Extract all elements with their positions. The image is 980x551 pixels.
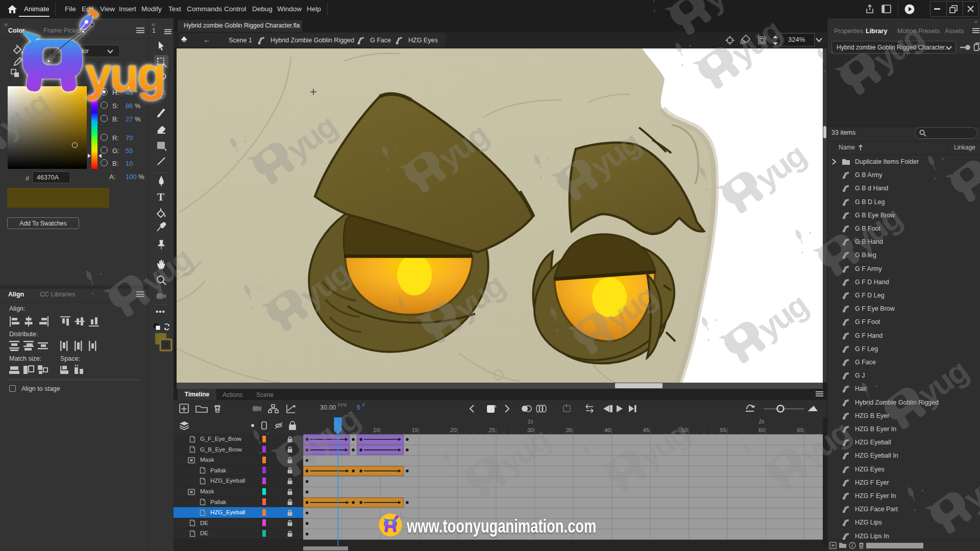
svg-text:15: 15: [412, 427, 418, 433]
svg-text:40: 40: [604, 427, 610, 433]
svg-text:2s: 2s: [758, 419, 765, 424]
svg-text:55: 55: [720, 427, 726, 433]
svg-text:1s: 1s: [528, 419, 533, 424]
svg-text:60: 60: [758, 427, 765, 433]
svg-text:20: 20: [450, 427, 456, 433]
svg-text:30: 30: [527, 427, 533, 433]
svg-text:25: 25: [489, 427, 495, 433]
svg-text:10: 10: [373, 427, 379, 433]
svg-text:35: 35: [566, 427, 572, 433]
svg-text:65: 65: [797, 427, 803, 433]
svg-text:yug: yug: [85, 48, 164, 101]
svg-text:A: A: [494, 404, 497, 409]
svg-text:50: 50: [681, 427, 688, 433]
svg-text:45: 45: [643, 427, 649, 433]
